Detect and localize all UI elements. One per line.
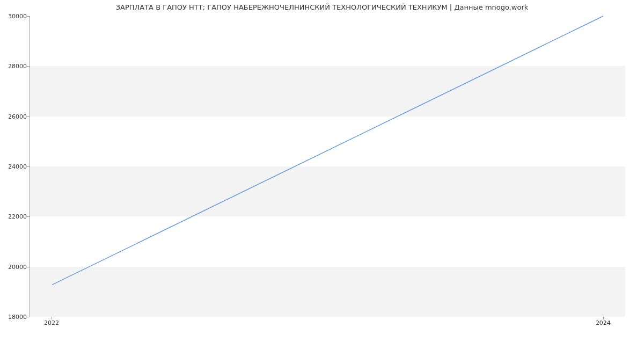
y-tick-label: 24000 [1,163,27,170]
x-tick-label: 2022 [44,319,59,326]
x-tick-mark [52,317,52,319]
x-tick-mark [603,317,604,319]
y-tick-label: 20000 [1,263,27,270]
chart-container: ЗАРПЛАТА В ГАПОУ НТТ; ГАПОУ НАБЕРЕЖНОЧЕЛ… [0,0,644,349]
y-tick-mark [27,166,30,167]
x-tick-label: 2024 [596,319,611,326]
y-tick-mark [27,66,30,67]
line-path [52,16,603,285]
chart-title: ЗАРПЛАТА В ГАПОУ НТТ; ГАПОУ НАБЕРЕЖНОЧЕЛ… [0,3,644,11]
y-tick-mark [27,117,30,117]
y-tick-mark [27,16,30,17]
y-tick-label: 26000 [1,113,27,120]
y-tick-mark [27,216,30,217]
y-tick-label: 28000 [1,63,27,70]
y-tick-mark [27,317,30,317]
line-series [30,16,625,316]
y-tick-label: 18000 [1,314,27,321]
y-tick-label: 22000 [1,213,27,220]
y-tick-label: 30000 [1,13,27,20]
plot-area [30,16,625,317]
y-tick-mark [27,267,30,267]
